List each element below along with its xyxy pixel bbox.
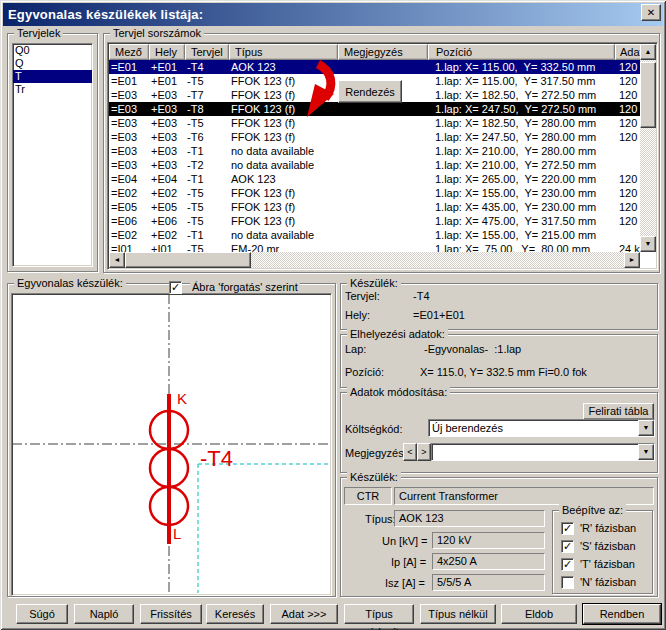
scroll-down-icon[interactable]: ▼ [640,236,656,252]
rendezes-button[interactable]: Rendezés [338,80,402,103]
table-row[interactable]: =E03+E03-T6FFOK 123 (f)1.lap: X= 247.50,… [109,130,640,144]
table-row[interactable]: =E05+E05-T5FFOK 123 (f)1.lap: X= 435.00,… [109,200,640,214]
beepitve-group: Beépítve az: ✓'R' fázisban✓'S' fázisban✓… [552,510,653,594]
tipus-nelkul-button[interactable]: Típus nélkül [420,604,496,624]
next-button[interactable]: > [417,443,431,461]
naplo-button[interactable]: Napló [74,604,134,624]
checked-checkbox-icon[interactable]: ✓ [561,558,574,571]
phase-option[interactable]: ✓'T' fázisban [561,557,650,575]
column-header-mezo[interactable]: Mező [109,44,149,60]
felirati-tabla-button[interactable]: Felirati tábla [583,403,654,420]
cell-mezo: =E03 [109,102,149,116]
sugo-button[interactable]: Súgó [16,604,68,624]
column-header-tervjel[interactable]: Tervjel [185,44,229,60]
table-row[interactable]: =E03+E03-T8FFOK 123 (f)1.lap: X= 247.50,… [109,102,640,116]
column-header-hely[interactable]: Hely [149,44,185,60]
tervjel-listbox[interactable]: Q0QTTr [12,43,93,267]
cell-adat: 120 kV [615,116,640,130]
cell-mezo: =E03 [109,130,149,144]
cell-mezo: =E05 [109,200,149,214]
table-row[interactable]: =E03+E03-T1no data available1.lap: X= 21… [109,144,640,158]
cell-megjegyzes [338,60,428,74]
egyvonalas-group-label: Egyvonalas készülék: [14,277,126,289]
cell-tipus: no data available [229,158,338,172]
cell-hely: +E03 [149,144,185,158]
table-row[interactable]: =E03+E03-T2no data available1.lap: X= 21… [109,158,640,172]
phase-label: 'S' fázisban [580,540,636,552]
eldob-button[interactable]: Eldob [501,604,577,624]
column-header-megjegyzes[interactable]: Megjegyzés [338,44,428,60]
checked-checkbox-icon[interactable]: ✓ [561,540,574,553]
phase-option[interactable]: ✓'R' fázisban [561,521,650,539]
column-header-pozicio[interactable]: Pozíció [428,44,615,60]
cell-pozicio: 1.lap: X= 155.00, Y= 230.00 mm [428,186,615,200]
unchecked-checkbox-icon[interactable] [561,576,574,589]
listbox-item-Q[interactable]: Q [13,57,92,70]
cell-mezo: =E03 [109,116,149,130]
cell-tipus: no data available [229,228,338,242]
terminal-l-label: L [173,525,181,542]
kereses-button[interactable]: Keresés [206,604,264,624]
cell-tervjel: -T6 [185,130,229,144]
table-row[interactable]: =I01+I01-T5EM-20 mr1.lap: X= 75.00, Y= 8… [109,242,640,252]
frissites-button[interactable]: Frissítés [140,604,202,624]
cell-pozicio: 1.lap: X= 155.00, Y= 215.00 mm [428,228,615,242]
scroll-left-icon[interactable]: ◄ [109,252,125,268]
sorszamok-group-label: Tervjel sorszámok [110,27,204,39]
listbox-item-T[interactable]: T [13,70,92,83]
cell-tervjel: -T2 [185,158,229,172]
cell-megjegyzes [338,214,428,228]
ip-label: Ip [A] = [391,556,426,568]
cell-tervjel: -T7 [185,88,229,102]
chevron-down-icon[interactable]: ▼ [638,420,654,436]
cell-tervjel: -T1 [185,144,229,158]
cell-adat: 120 kV [615,88,640,102]
table-row[interactable]: =E01+E01-T4AOK 1231.lap: X= 115.00, Y= 3… [109,60,640,74]
table-row[interactable]: =E02+E02-T5FFOK 123 (f)1.lap: X= 155.00,… [109,186,640,200]
symbol-canvas[interactable]: K L -T4 [11,293,332,596]
cell-mezo: =E04 [109,172,149,186]
cell-mezo: =I01 [109,242,149,252]
horizontal-scrollbar[interactable]: ◄ ► [109,252,640,268]
horizontal-scroll-thumb[interactable] [125,252,251,268]
cell-adat [615,228,640,242]
table-row[interactable]: =E03+E03-T5FFOK 123 (f)1.lap: X= 182.50,… [109,116,640,130]
scroll-right-icon[interactable]: ► [624,252,640,268]
scroll-up-icon[interactable]: ▲ [640,44,656,60]
rotate-checkbox[interactable]: ✓ [169,281,182,294]
ip-field: 4x250 A [432,553,545,570]
table-row[interactable]: =E04+E04-T1AOK 1231.lap: X= 265.00, Y= 2… [109,172,640,186]
rendben-button[interactable]: Rendben [583,604,661,624]
table-header: MezőHelyTervjelTípusMegjegyzésPozícióAda… [109,44,640,60]
adat-button[interactable]: Adat >>> [270,604,338,624]
vertical-scroll-thumb[interactable] [640,62,656,128]
cell-megjegyzes [338,200,428,214]
cell-mezo: =E03 [109,88,149,102]
tipus-modosit-button[interactable]: Típus módosít [344,604,414,624]
title-bar[interactable]: Egyvonalas készülékek listája: [3,3,663,26]
column-header-adat[interactable]: Adat [615,44,640,60]
cell-megjegyzes [338,172,428,186]
phase-option[interactable]: ✓'S' fázisban [561,539,650,557]
listbox-item-Q0[interactable]: Q0 [13,44,92,57]
vertical-scrollbar[interactable]: ▲ ▼ [640,44,656,252]
table-row[interactable]: =E02+E02-T1no data available1.lap: X= 15… [109,228,640,242]
checked-checkbox-icon[interactable]: ✓ [561,522,574,535]
cell-tervjel: -T1 [185,172,229,186]
megjegyzes-label: Megjegyzés: [345,447,407,459]
cell-hely: +E06 [149,214,185,228]
table-row[interactable]: =E06+E06-T5FFOK 123 (f)1.lap: X= 475.00,… [109,214,640,228]
close-button[interactable]: ✕ [641,4,661,21]
megjegyzes-combobox[interactable]: ▼ [431,443,655,461]
cell-mezo: =E01 [109,74,149,88]
prev-button[interactable]: < [403,443,417,461]
cell-hely: +E02 [149,186,185,200]
phase-option[interactable]: 'N' fázisban [561,575,650,593]
chevron-down-icon[interactable]: ▼ [638,444,654,460]
cell-tervjel: -T5 [185,214,229,228]
cell-adat: 120 kV [615,130,640,144]
listbox-item-Tr[interactable]: Tr [13,83,92,96]
cell-megjegyzes [338,242,428,252]
koltsegkod-combobox[interactable]: Új berendezés ▼ [428,419,655,437]
rotate-checkbox-label: Ábra 'forgatás' szerint [190,281,300,293]
